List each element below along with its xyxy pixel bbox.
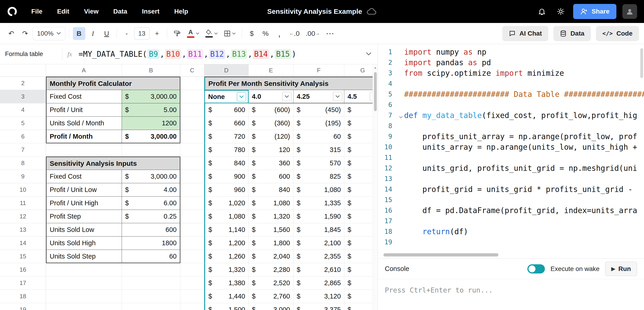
cell-G3-dropdown[interactable]: 4.5 xyxy=(344,90,372,103)
cell-G15[interactable]: $ xyxy=(344,250,372,263)
cell-D8[interactable]: $840 xyxy=(204,156,249,170)
row-header-6[interactable]: 6 xyxy=(0,130,46,143)
code-vertical-scrollbar[interactable] xyxy=(640,48,643,78)
console-input[interactable]: Press Ctrl+Enter to run... xyxy=(378,279,644,310)
cell-G10[interactable]: $ xyxy=(344,183,372,197)
cell-E11[interactable]: $1,080 xyxy=(249,197,294,210)
cell-D15[interactable]: $1,260 xyxy=(204,250,249,263)
code-line-11[interactable]: 11 xyxy=(378,153,644,163)
cell-G11[interactable]: $ xyxy=(344,197,372,210)
cell-B7[interactable] xyxy=(122,143,180,156)
cell-F8[interactable]: $570 xyxy=(294,156,344,170)
scrollbar-up-arrow-icon[interactable]: ▴ xyxy=(373,65,378,70)
code-line-1[interactable]: 1import numpy as np xyxy=(378,47,644,57)
cell-G9[interactable]: $ xyxy=(344,170,372,183)
cell-C14[interactable] xyxy=(180,237,204,250)
font-size-decrease-button[interactable]: - xyxy=(120,27,133,40)
cell-D14[interactable]: $1,200 xyxy=(204,237,249,250)
cell-C8[interactable] xyxy=(180,156,204,170)
italic-button[interactable]: I xyxy=(87,27,99,40)
cell-G17[interactable]: $ xyxy=(344,277,372,290)
menu-item-insert[interactable]: Insert xyxy=(136,5,165,18)
execute-on-wake-toggle[interactable] xyxy=(528,264,545,274)
grid-vertical-scrollbar[interactable]: ▴ xyxy=(372,64,378,310)
cell-D4[interactable]: $600 xyxy=(204,103,249,117)
cell-D18[interactable]: $1,440 xyxy=(204,290,249,303)
cell-G14[interactable]: $ xyxy=(344,237,372,250)
cell-D2[interactable]: Profit Per Month Sensitivity Analysis xyxy=(204,77,372,90)
column-header-E[interactable]: E xyxy=(249,64,294,77)
cell-A11[interactable]: Profit / Unit High xyxy=(46,197,122,210)
format-percent-button[interactable]: % xyxy=(260,27,272,40)
cell-G12[interactable]: $ xyxy=(344,210,372,223)
cell-E14[interactable]: $1,800 xyxy=(249,237,294,250)
code-line-14[interactable]: 14 profit_grid = units_grid * profits_un… xyxy=(378,184,644,195)
code-line-9[interactable]: 9 profits_unit_array = np.arange(profit_… xyxy=(378,131,644,142)
row-header-9[interactable]: 9 xyxy=(0,170,46,183)
cell-F6[interactable]: $60 xyxy=(294,130,344,143)
app-logo-icon[interactable] xyxy=(7,6,18,17)
cell-F12[interactable]: $1,590 xyxy=(294,210,344,223)
cell-B18[interactable] xyxy=(122,290,180,303)
cell-B13[interactable]: 600 xyxy=(122,223,180,237)
cell-D3-dropdown[interactable]: None xyxy=(204,90,249,103)
cell-E18[interactable]: $2,760 xyxy=(249,290,294,303)
text-color-button[interactable]: A xyxy=(185,27,202,40)
code-button[interactable]: </> Code xyxy=(596,26,639,41)
code-line-19[interactable]: 19 xyxy=(378,237,644,248)
cell-F15[interactable]: $2,355 xyxy=(294,250,344,263)
code-line-17[interactable]: 17 xyxy=(378,216,644,226)
cell-F5[interactable]: $(195) xyxy=(294,117,344,130)
cell-G16[interactable]: $ xyxy=(344,263,372,277)
cell-A5[interactable]: Units Sold / Month xyxy=(46,117,122,130)
column-header-C[interactable]: C xyxy=(180,64,204,77)
cell-D11[interactable]: $1,020 xyxy=(204,197,249,210)
cell-G8[interactable]: $ xyxy=(344,156,372,170)
dropdown-chevron-icon[interactable] xyxy=(333,92,342,101)
cell-E17[interactable]: $2,520 xyxy=(249,277,294,290)
cell-B12[interactable]: $0.25 xyxy=(122,210,180,223)
cell-A9[interactable]: Fixed Cost xyxy=(46,170,122,183)
cell-C10[interactable] xyxy=(180,183,204,197)
cell-D10[interactable]: $960 xyxy=(204,183,249,197)
scrollbar-thumb[interactable] xyxy=(374,72,377,111)
formula-input[interactable]: =MY_DATA_TABLE(B9, B10, B11, B12, B13, B… xyxy=(78,49,297,59)
cell-D5[interactable]: $660 xyxy=(204,117,249,130)
corner-cell[interactable] xyxy=(0,64,46,77)
cell-C2[interactable] xyxy=(180,77,204,90)
row-header-12[interactable]: 12 xyxy=(0,210,46,223)
code-line-2[interactable]: 2import pandas as pd xyxy=(378,57,644,68)
cell-A15[interactable]: Units Sold Step xyxy=(46,250,122,263)
fill-color-button[interactable] xyxy=(203,27,220,40)
cell-A16[interactable] xyxy=(46,263,122,277)
cell-F16[interactable]: $2,610 xyxy=(294,263,344,277)
row-header-15[interactable]: 15 xyxy=(0,250,46,263)
cell-B11[interactable]: $6.00 xyxy=(122,197,180,210)
row-header-4[interactable]: 4 xyxy=(0,103,46,117)
share-button[interactable]: Share xyxy=(573,4,616,19)
format-comma-button[interactable]: , xyxy=(273,27,286,40)
column-header-G[interactable]: G xyxy=(344,64,372,77)
code-line-18[interactable]: 18 return(df) xyxy=(378,226,644,237)
row-header-8[interactable]: 8 xyxy=(0,156,46,170)
row-header-7[interactable]: 7 xyxy=(0,143,46,156)
run-button[interactable]: ▶ Run xyxy=(605,262,637,276)
bold-button[interactable]: B xyxy=(73,27,85,40)
borders-button[interactable] xyxy=(222,27,238,40)
cell-B9[interactable]: $3,000.00 xyxy=(122,170,180,183)
code-line-15[interactable]: 15 xyxy=(378,195,644,205)
cell-D6[interactable]: $720 xyxy=(204,130,249,143)
row-header-16[interactable]: 16 xyxy=(0,263,46,277)
cell-E9[interactable]: $600 xyxy=(249,170,294,183)
cell-B4[interactable]: $5.00 xyxy=(122,103,180,117)
menu-item-file[interactable]: File xyxy=(26,5,48,18)
cell-A19[interactable] xyxy=(46,303,122,310)
code-line-12[interactable]: 12 units_grid, profits_unit_grid = np.me… xyxy=(378,163,644,174)
cell-A18[interactable] xyxy=(46,290,122,303)
cell-F4[interactable]: $(450) xyxy=(294,103,344,117)
zoom-select[interactable]: 100% xyxy=(33,27,65,40)
code-line-8[interactable]: 8 xyxy=(378,121,644,131)
cell-C6[interactable] xyxy=(180,130,204,143)
lightbulb-icon[interactable] xyxy=(554,5,567,18)
increase-decimal-button[interactable]: .00→ xyxy=(303,27,322,40)
